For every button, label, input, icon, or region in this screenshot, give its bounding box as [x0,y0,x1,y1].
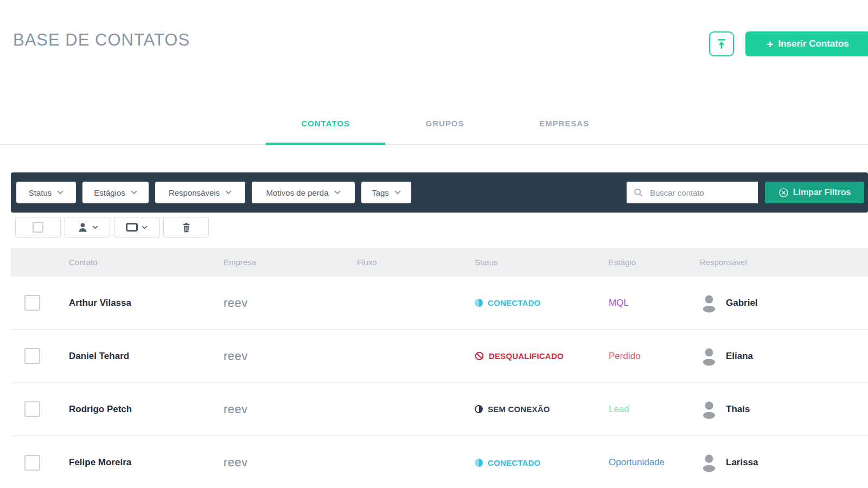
status-disqualified-icon [475,351,484,361]
row-checkbox[interactable] [24,401,40,417]
tab-empresas[interactable]: EMPRESAS [505,114,624,145]
contact-name[interactable]: Rodrigo Petch [57,404,212,415]
column-header-status: Status [464,258,564,267]
owner-name: Thais [726,404,750,415]
table-row[interactable]: Daniel Tehard reev DESQUALIFICADO Perdid… [11,330,868,383]
delete-button[interactable] [163,217,209,237]
owner-name: Eliana [726,351,753,362]
stage-label: MQL [564,298,681,309]
trash-icon [181,222,192,233]
clear-circle-x-icon [778,188,789,198]
status-connected-icon [475,459,483,467]
contacts-table: Arthur Vilassa reev CONECTADO MQL Gabrie… [11,277,868,488]
import-contacts-button[interactable] [709,31,734,56]
filter-loss-reasons-dropdown[interactable]: Motivos de perda [252,182,355,203]
owner-cell: Thais [681,400,868,419]
status-connected-icon [475,299,483,307]
row-checkbox[interactable] [24,348,40,364]
filter-owners-dropdown[interactable]: Responsáveis [155,182,245,203]
card-icon [126,223,138,232]
contact-name[interactable]: Daniel Tehard [57,351,212,362]
chevron-down-icon [394,190,401,195]
filter-bar: Status Estágios Responsáveis Motivos de … [11,172,868,213]
column-header-contato: Contato [57,258,212,267]
company-name: reev [212,455,344,470]
contact-name[interactable]: Arthur Vilassa [57,298,212,309]
tab-contatos[interactable]: CONTATOS [266,114,385,145]
chevron-down-icon [57,190,63,195]
checkbox-icon [33,222,43,233]
chevron-down-icon [142,226,148,229]
column-header-empresa: Empresa [212,258,344,267]
move-to-flow-dropdown-button[interactable] [114,217,159,237]
upload-icon [715,37,728,50]
select-all-button[interactable] [15,217,61,237]
search-box [627,182,758,203]
assign-owner-dropdown-button[interactable] [65,217,110,237]
table-row[interactable]: Rodrigo Petch reev SEM CONEXÃO Lead Thai… [11,383,868,436]
status-badge: DESQUALIFICADO [464,351,564,361]
table-header: Contato Empresa Fluxo Status Estágio Res… [11,248,868,277]
chevron-down-icon [225,190,232,195]
stage-label: Perdido [564,351,681,362]
chevron-down-icon [92,226,98,229]
person-icon [77,222,88,233]
avatar-icon [700,453,718,472]
chevron-down-icon [131,190,137,195]
tabs: CONTATOS GRUPOS EMPRESAS [266,114,624,145]
table-row[interactable]: Felipe Moreira reev CONECTADO Oportunida… [11,436,868,488]
column-header-fluxo: Fluxo [344,258,464,267]
status-no-connection-icon [475,405,483,413]
chevron-down-icon [334,190,341,195]
insert-contacts-button[interactable]: + Inserir Contatos [745,31,868,56]
row-checkbox[interactable] [24,295,40,311]
column-header-estagio: Estágio [564,258,681,267]
column-header-responsavel: Responsável [681,258,868,267]
status-badge: CONECTADO [464,298,564,307]
company-name: reev [212,402,344,416]
table-row[interactable]: Arthur Vilassa reev CONECTADO MQL Gabrie… [11,277,868,330]
clear-filters-button[interactable]: Limpar Filtros [765,182,864,203]
filter-status-dropdown[interactable]: Status [16,182,76,203]
filter-stages-dropdown[interactable]: Estágios [82,182,149,203]
stage-label: Oportunidade [564,457,681,468]
status-badge: CONECTADO [464,458,564,467]
stage-label: Lead [564,404,681,415]
owner-name: Gabriel [726,298,758,309]
owner-name: Larissa [726,457,758,468]
contact-name[interactable]: Felipe Moreira [57,457,212,468]
owner-cell: Gabriel [681,293,868,313]
owner-cell: Larissa [681,453,868,472]
plus-icon: + [767,38,773,50]
filter-tags-dropdown[interactable]: Tags [361,182,411,203]
company-name: reev [212,296,344,310]
bulk-actions-row [15,217,209,237]
search-contact-input[interactable] [643,182,758,203]
avatar-icon [700,400,718,419]
page-title: BASE DE CONTATOS [13,30,190,50]
insert-contacts-label: Inserir Contatos [778,38,848,49]
status-badge: SEM CONEXÃO [464,404,564,414]
search-icon [634,187,643,198]
avatar-icon [700,293,718,313]
avatar-icon [700,346,718,366]
company-name: reev [212,349,344,363]
tab-grupos[interactable]: GRUPOS [385,114,505,145]
row-checkbox[interactable] [24,455,40,471]
owner-cell: Eliana [681,346,868,366]
